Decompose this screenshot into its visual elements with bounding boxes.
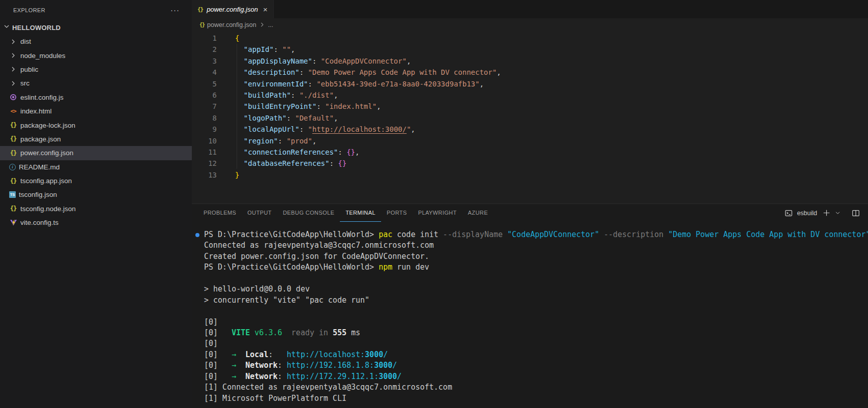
tree-item-public[interactable]: public xyxy=(0,63,192,76)
terminal-link[interactable]: http://localhost: xyxy=(287,350,365,359)
code-token: "localAppUrl" xyxy=(244,125,300,133)
terminal-link[interactable]: 3000 xyxy=(379,372,397,381)
code-token: http://localhost:3000/ xyxy=(312,125,407,133)
tree-item-label: eslint.config.js xyxy=(20,94,64,101)
terminal-output[interactable]: PS D:\Practice\GitCodeApp\HelloWorld> pa… xyxy=(192,222,868,408)
terminal-link[interactable]: http://192.168.1.8: xyxy=(287,361,374,370)
tree-item-package-json[interactable]: {}package.json xyxy=(0,132,192,146)
close-icon[interactable]: × xyxy=(263,6,268,13)
breadcrumb-more[interactable]: ... xyxy=(268,21,273,28)
code-token: , xyxy=(312,137,316,145)
breadcrumb-file[interactable]: power.config.json xyxy=(207,21,256,28)
panel-tab-azure[interactable]: AZURE xyxy=(462,204,494,222)
terminal-link[interactable]: / xyxy=(392,361,397,370)
tree-item-label: node_modules xyxy=(20,52,66,60)
terminal-token: [0] xyxy=(204,317,218,327)
tree-item-eslint-config-js[interactable]: eslint.config.js xyxy=(0,91,192,104)
code-text: "appDisplayName": "CodeAppDVConnector", xyxy=(235,55,411,67)
code-token: "./dist" xyxy=(299,91,333,99)
code-token: : xyxy=(338,148,346,156)
panel-tab-playwright[interactable]: PLAYWRIGHT xyxy=(413,204,462,222)
terminal-link[interactable]: / xyxy=(397,372,401,381)
tree-root-helloworld[interactable]: HELLOWORLD xyxy=(0,20,192,35)
terminal-line: PS D:\Practice\GitCodeApp\HelloWorld> pa… xyxy=(192,229,868,240)
tree-item-tsconfig-node-json[interactable]: {}tsconfig.node.json xyxy=(0,202,192,216)
code-line: 3 "appDisplayName": "CodeAppDVConnector"… xyxy=(192,55,868,67)
eslint-icon xyxy=(9,93,17,101)
terminal-token: PS D:\Practice\GitCodeApp\HelloWorld> xyxy=(204,263,379,272)
code-token: , xyxy=(407,57,411,65)
new-terminal-button[interactable] xyxy=(822,209,831,217)
terminal-link[interactable]: 3000 xyxy=(365,350,383,359)
panel-tab-terminal[interactable]: TERMINAL xyxy=(340,204,381,222)
terminal-line: [0] VITE v6.3.6 ready in 555 ms xyxy=(192,328,868,338)
code-token: "environmentId" xyxy=(244,80,308,88)
code-token: : xyxy=(278,137,286,145)
tree-item-src[interactable]: src xyxy=(0,76,192,90)
terminal-token: Created power.config.json for CodeAppDVC… xyxy=(204,252,429,261)
json-icon: {} xyxy=(9,177,17,185)
tree-item-label: vite.config.ts xyxy=(20,219,59,226)
split-terminal-button[interactable] xyxy=(852,209,860,217)
terminal-dropdown-chevron-icon[interactable] xyxy=(835,210,841,216)
panel-tab-output[interactable]: OUTPUT xyxy=(242,204,277,222)
tree-item-tsconfig-app-json[interactable]: {}tsconfig.app.json xyxy=(0,174,192,188)
terminal-token: → xyxy=(232,361,245,370)
terminal-line: > hello-world@0.0.0 dev xyxy=(192,284,868,295)
code-text: "buildEntryPoint": "index.html", xyxy=(235,101,381,112)
more-actions-icon[interactable]: ··· xyxy=(170,8,180,13)
tree-item-label: tsconfig.app.json xyxy=(20,177,72,185)
code-token: : xyxy=(299,125,308,133)
code-token: , xyxy=(334,91,338,99)
panel-tab-problems[interactable]: PROBLEMS xyxy=(198,204,242,222)
tree-item-package-lock-json[interactable]: {}package-lock.json xyxy=(0,118,192,132)
tree-item-label: power.config.json xyxy=(20,149,73,157)
json-icon: {} xyxy=(9,205,17,213)
panel-tab-debug-console[interactable]: DEBUG CONSOLE xyxy=(277,204,340,222)
terminal-token: > concurrently "vite" "pac code run" xyxy=(204,296,369,305)
tree-item-power-config-json[interactable]: {}power.config.json xyxy=(0,146,192,160)
workspace-root-label: HELLOWORLD xyxy=(12,24,61,32)
terminal-token: : xyxy=(278,372,287,381)
tree-item-tsconfig-json[interactable]: TStsconfig.json xyxy=(0,188,192,201)
terminal-token: [0] xyxy=(204,361,232,370)
editor-tab-power-config-json[interactable]: {} power.config.json × xyxy=(192,0,274,18)
terminal-link[interactable]: 3000 xyxy=(374,361,392,370)
chevron-right-icon xyxy=(259,21,266,28)
code-line: 7 "buildEntryPoint": "index.html", xyxy=(192,101,868,112)
terminal-line: Connected as rajeevpentyala@3cqqc7.onmic… xyxy=(192,240,868,251)
tree-item-dist[interactable]: dist xyxy=(0,35,192,48)
code-text: "appId": "", xyxy=(235,44,295,55)
ts-icon: TS xyxy=(9,191,16,198)
terminal-token: : xyxy=(268,350,286,359)
terminal-line: > concurrently "vite" "pac code run" xyxy=(192,295,868,306)
folder-chevron-icon xyxy=(9,79,17,88)
tree-item-label: package-lock.json xyxy=(20,122,75,129)
terminal-line: [0] xyxy=(192,317,868,328)
explorer-header: EXPLORER ··· xyxy=(0,0,192,20)
tree-item-index-html[interactable]: <>index.html xyxy=(0,104,192,118)
tree-item-node-modules[interactable]: node_modules xyxy=(0,48,192,62)
terminal-line: [0] xyxy=(192,338,868,349)
command-decoration-icon[interactable] xyxy=(195,233,199,237)
code-line: 10 "region": "prod", xyxy=(192,135,868,147)
tree-item-vite-config-ts[interactable]: vite.config.ts xyxy=(0,216,192,229)
terminal-link[interactable]: http://172.29.112.1: xyxy=(287,372,379,381)
tree-item-readme-md[interactable]: iREADME.md xyxy=(0,160,192,174)
terminal-token: 555 xyxy=(333,328,346,337)
line-number: 7 xyxy=(192,101,217,112)
code-line: 2 "appId": "", xyxy=(192,44,868,55)
json-icon: {} xyxy=(9,135,17,143)
terminal-link[interactable]: / xyxy=(383,350,388,359)
panel-tab-ports[interactable]: PORTS xyxy=(381,204,413,222)
code-token: "index.html" xyxy=(325,102,377,110)
terminal-token xyxy=(250,328,254,337)
folder-chevron-icon xyxy=(9,51,17,60)
tree-item-label: package.json xyxy=(20,135,61,143)
code-token: : xyxy=(308,80,316,88)
editor[interactable]: 1{2 "appId": "",3 "appDisplayName": "Cod… xyxy=(192,31,868,203)
active-terminal-label[interactable]: esbuild xyxy=(797,210,817,217)
code-line: 1{ xyxy=(192,33,868,44)
code-token: , xyxy=(334,114,338,122)
terminal-token: --displayName xyxy=(443,230,507,239)
